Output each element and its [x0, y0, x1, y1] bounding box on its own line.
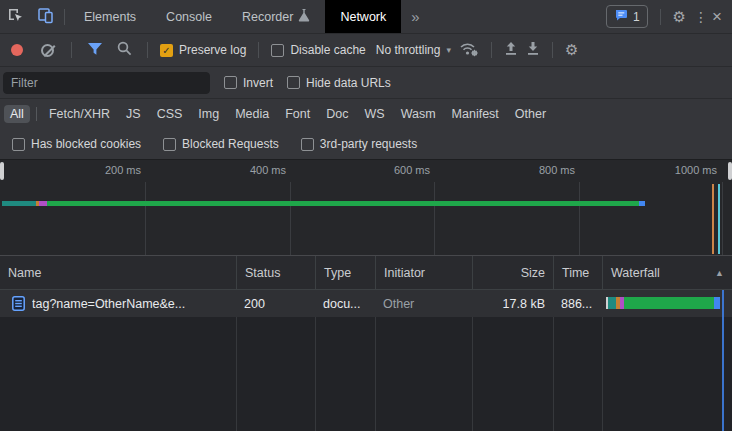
request-row[interactable]: tag?name=OtherName&e... 200 docu... Othe…: [0, 290, 732, 317]
import-har-button[interactable]: [504, 41, 518, 59]
network-overview-timeline[interactable]: 200 ms 400 ms 600 ms 800 ms 1000 ms: [0, 160, 732, 256]
toolbar-divider: [491, 42, 492, 58]
search-icon: [117, 41, 132, 56]
waterfall-segment-waiting: [624, 297, 714, 309]
column-header-name[interactable]: Name: [0, 256, 236, 289]
devtools-tabbar: Elements Console Recorder Network »: [0, 0, 732, 34]
request-status-cell: 200: [236, 290, 315, 317]
network-toolbar: ✓ Preserve log Disable cache No throttli…: [0, 34, 732, 67]
type-filter-doc[interactable]: Doc: [320, 105, 354, 123]
resource-type-filter-row: All Fetch/XHR JS CSS Img Media Font Doc …: [0, 99, 732, 129]
third-party-requests-checkbox[interactable]: 3rd-party requests: [301, 137, 417, 151]
column-header-size[interactable]: Size: [472, 256, 553, 289]
request-name: tag?name=OtherName&e...: [32, 297, 185, 311]
request-size-cell: 17.8 kB: [472, 290, 553, 317]
type-filter-other[interactable]: Other: [509, 105, 552, 123]
issues-bubble-icon: [614, 8, 628, 25]
filter-funnel-button[interactable]: [87, 42, 103, 59]
checkbox-unchecked-icon: [224, 76, 237, 89]
tab-console[interactable]: Console: [151, 0, 227, 33]
tab-elements[interactable]: Elements: [69, 0, 151, 33]
waterfall-segment-ssl: [39, 201, 47, 206]
hide-data-urls-checkbox[interactable]: Hide data URLs: [287, 76, 391, 90]
request-waterfall-cell[interactable]: [602, 290, 732, 317]
column-header-waterfall[interactable]: Waterfall ▲: [602, 256, 732, 289]
toolbar-divider: [71, 42, 72, 58]
tab-label: Network: [340, 10, 386, 24]
checkbox-unchecked-icon: [301, 138, 314, 151]
type-filter-fetch-xhr[interactable]: Fetch/XHR: [43, 105, 116, 123]
chips-divider: [36, 107, 37, 121]
toolbar-divider: [552, 42, 553, 58]
type-filter-css[interactable]: CSS: [151, 105, 189, 123]
wifi-gear-icon: [459, 41, 479, 57]
time-tick-label: 600 ms: [360, 164, 430, 176]
invert-filter-checkbox[interactable]: Invert: [224, 76, 273, 90]
time-tick-label: 1000 ms: [647, 164, 717, 176]
document-file-icon: [12, 296, 25, 311]
tab-recorder[interactable]: Recorder: [227, 0, 325, 33]
waterfall-segment-download: [639, 201, 645, 206]
preserve-log-checkbox[interactable]: ✓ Preserve log: [160, 43, 246, 57]
devtools-window: Elements Console Recorder Network »: [0, 0, 732, 431]
filter-funnel-icon: [87, 42, 103, 56]
network-filter-row: Invert Hide data URLs: [0, 67, 732, 99]
checkbox-unchecked-icon: [163, 138, 176, 151]
column-header-time[interactable]: Time: [553, 256, 602, 289]
search-button[interactable]: [117, 41, 132, 59]
type-filter-js[interactable]: JS: [120, 105, 147, 123]
type-filter-media[interactable]: Media: [229, 105, 275, 123]
gridline: [290, 182, 291, 255]
close-devtools-button[interactable]: ×: [712, 8, 722, 25]
overview-left-grip[interactable]: [0, 162, 4, 180]
gridline: [579, 182, 580, 255]
network-settings-gear-button[interactable]: ⚙: [565, 41, 578, 59]
hide-data-urls-label: Hide data URLs: [306, 76, 391, 90]
request-initiator-cell[interactable]: Other: [375, 290, 472, 317]
tabbar-divider: [64, 9, 65, 25]
gridline: [434, 182, 435, 255]
record-network-log-button[interactable]: [11, 44, 23, 56]
download-arrow-icon: [526, 41, 540, 56]
throttling-select[interactable]: No throttling ▾: [376, 43, 451, 57]
clear-network-log-button[interactable]: [41, 44, 54, 57]
dcl-event-marker: [712, 184, 714, 254]
toolbar-divider: [258, 42, 259, 58]
blocked-requests-checkbox[interactable]: Blocked Requests: [163, 137, 279, 151]
kebab-menu-button[interactable]: ⋮: [694, 9, 704, 25]
load-event-line: [722, 290, 724, 431]
network-conditions-button[interactable]: [459, 41, 479, 60]
type-filter-wasm[interactable]: Wasm: [395, 105, 442, 123]
request-name-cell[interactable]: tag?name=OtherName&e...: [0, 290, 236, 317]
type-filter-manifest[interactable]: Manifest: [446, 105, 505, 123]
preserve-log-label: Preserve log: [179, 43, 246, 57]
device-toolbar-toggle[interactable]: [30, 0, 60, 33]
overview-right-grip[interactable]: [728, 162, 732, 180]
column-header-initiator[interactable]: Initiator: [375, 256, 472, 289]
settings-gear-button[interactable]: ⚙: [673, 8, 686, 26]
advanced-filters-row: Has blocked cookies Blocked Requests 3rd…: [0, 129, 732, 160]
type-filter-ws[interactable]: WS: [358, 105, 390, 123]
checkbox-checked-icon: ✓: [160, 44, 173, 57]
tabbar-divider: [660, 9, 661, 25]
filter-input[interactable]: [3, 72, 210, 94]
chevron-down-icon: ▾: [446, 45, 451, 55]
type-filter-img[interactable]: Img: [192, 105, 225, 123]
tab-network[interactable]: Network: [325, 0, 401, 33]
type-filter-font[interactable]: Font: [279, 105, 316, 123]
disable-cache-checkbox[interactable]: Disable cache: [271, 43, 365, 57]
inspect-element-button[interactable]: [0, 0, 30, 33]
column-header-type[interactable]: Type: [315, 256, 375, 289]
blocked-requests-label: Blocked Requests: [182, 137, 279, 151]
more-tabs-button[interactable]: »: [401, 0, 429, 33]
gridline: [722, 182, 723, 255]
export-har-button[interactable]: [526, 41, 540, 59]
has-blocked-cookies-checkbox[interactable]: Has blocked cookies: [12, 137, 141, 151]
issues-counter-button[interactable]: 1: [606, 5, 648, 28]
column-header-status[interactable]: Status: [236, 256, 315, 289]
waterfall-bar: [606, 297, 732, 309]
tabbar-right-controls: 1 ⚙ ⋮ ×: [606, 0, 732, 33]
overview-request-bar: [2, 201, 645, 206]
third-party-requests-label: 3rd-party requests: [320, 137, 417, 151]
type-filter-all[interactable]: All: [4, 105, 30, 123]
